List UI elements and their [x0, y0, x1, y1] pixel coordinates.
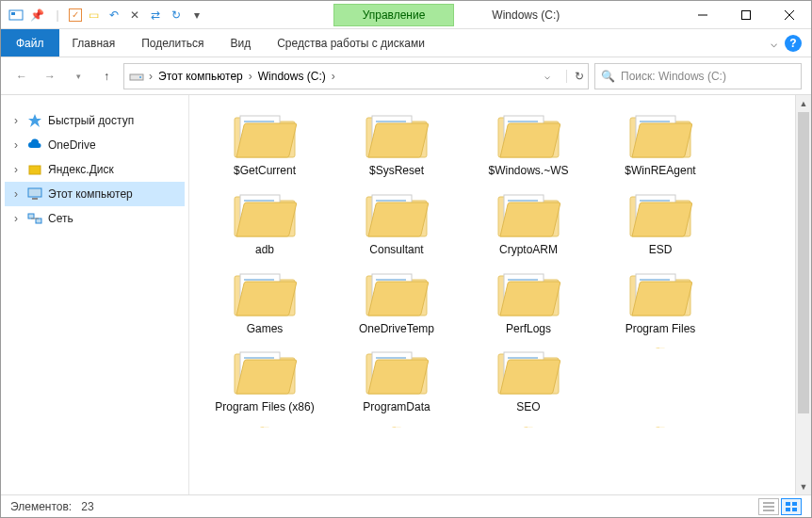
contextual-tab-manage[interactable]: Управление — [333, 4, 455, 26]
back-button[interactable]: ← — [10, 65, 33, 88]
folder-label: Consultant — [369, 244, 423, 257]
svg-rect-81 — [792, 508, 797, 511]
view-details-button[interactable] — [758, 498, 779, 515]
folder-item[interactable]: ProgramData — [331, 341, 463, 420]
folder-view[interactable]: $GetCurrent $SysReset $Windows.~WS $WinR… — [189, 95, 795, 494]
chevron-right-icon[interactable]: › — [249, 70, 252, 83]
redo-icon[interactable]: ↻ — [167, 6, 186, 24]
expand-icon[interactable]: › — [10, 114, 22, 127]
minimize-button[interactable] — [681, 1, 724, 29]
svg-rect-12 — [28, 214, 34, 219]
folder-item[interactable]: OneDriveTemp — [331, 263, 463, 342]
folder-item[interactable]: $SysReset — [331, 105, 463, 184]
breadcrumb-segment[interactable]: Этот компьютер — [156, 70, 245, 83]
maximize-button[interactable] — [724, 1, 768, 29]
ribbon-tab-drivetools[interactable]: Средства работы с дисками — [264, 29, 438, 57]
folder-item[interactable]: PerfLogs — [463, 263, 594, 342]
folder-item[interactable]: Program Files (x86) — [199, 341, 331, 420]
folder-label: Program Files — [625, 323, 696, 336]
folder-item[interactable]: Games — [199, 263, 331, 342]
svg-marker-8 — [28, 114, 41, 127]
forward-button[interactable]: → — [39, 65, 61, 88]
address-dropdown-icon[interactable]: ⌵ — [536, 71, 559, 81]
chevron-right-icon[interactable]: › — [149, 70, 153, 83]
delete-icon[interactable]: ✕ — [125, 6, 144, 24]
tree-item[interactable]: › Этот компьютер — [5, 182, 185, 206]
qat-dropdown-icon[interactable]: ▾ — [187, 6, 206, 24]
search-box[interactable]: 🔍 Поиск: Windows (C:) — [594, 63, 802, 89]
chevron-right-icon[interactable]: › — [332, 70, 335, 83]
scrollbar-thumb[interactable] — [798, 112, 809, 413]
navigation-tree: › Быстрый доступ› OneDrive› Яндекс.Диск›… — [1, 95, 189, 494]
tree-item-label: Яндекс.Диск — [48, 163, 114, 176]
tree-item[interactable]: › Быстрый доступ — [5, 108, 185, 133]
svg-rect-79 — [792, 502, 797, 506]
tree-item[interactable]: › Сеть — [5, 206, 185, 231]
scroll-up-icon[interactable]: ▲ — [796, 95, 811, 111]
check-icon[interactable]: ✓ — [69, 8, 82, 22]
folder-item[interactable]: Consultant — [331, 184, 463, 263]
expand-icon[interactable]: › — [10, 163, 22, 176]
folder-item[interactable]: adb — [199, 184, 331, 263]
folder-item[interactable] — [199, 420, 331, 439]
scroll-down-icon[interactable]: ▼ — [796, 478, 811, 494]
drive-icon — [128, 68, 145, 85]
svg-rect-80 — [786, 508, 790, 511]
folder-item[interactable] — [594, 420, 726, 439]
rename-icon[interactable]: ⇄ — [146, 6, 165, 24]
pin-icon[interactable]: 📌 — [27, 6, 46, 24]
up-button[interactable]: ↑ — [95, 65, 118, 88]
folder-item[interactable]: SEO — [463, 341, 594, 420]
folder-item[interactable]: $GetCurrent — [199, 105, 331, 184]
qat-icon[interactable] — [7, 6, 25, 24]
status-bar: Элементов: 23 — [1, 494, 811, 517]
folder-label: ESD — [649, 244, 673, 257]
expand-icon[interactable]: › — [10, 187, 22, 201]
open-icon[interactable]: ▭ — [84, 6, 103, 24]
window-controls — [681, 1, 811, 29]
history-dropdown-icon[interactable]: ▾ — [67, 65, 89, 88]
star-icon — [27, 113, 42, 128]
close-button[interactable] — [768, 1, 811, 29]
file-tab[interactable]: Файл — [1, 29, 59, 57]
tree-item[interactable]: › Яндекс.Диск — [5, 157, 185, 182]
folder-item[interactable]: CryptoARM — [463, 184, 594, 263]
svg-rect-78 — [786, 502, 790, 506]
folder-item[interactable]: $WinREAgent — [594, 105, 726, 184]
search-icon: 🔍 — [601, 70, 615, 83]
ribbon-tab-view[interactable]: Вид — [217, 29, 264, 57]
view-icons-button[interactable] — [781, 498, 802, 515]
address-bar[interactable]: › Этот компьютер › Windows (C:) › ⌵ ↻ — [123, 63, 589, 89]
ydisk-icon — [27, 162, 42, 177]
tree-item-label: OneDrive — [48, 138, 96, 152]
ribbon-tab-home[interactable]: Главная — [59, 29, 129, 57]
folder-label: CryptoARM — [499, 244, 558, 257]
folder-item[interactable] — [463, 420, 594, 439]
folder-label: $Windows.~WS — [488, 165, 568, 178]
refresh-button[interactable]: ↻ — [566, 70, 584, 83]
folder-item[interactable]: Program Files — [594, 263, 726, 342]
folder-item[interactable] — [594, 341, 726, 360]
tree-item[interactable]: › OneDrive — [5, 133, 185, 157]
ribbon-tabs: Файл Главная Поделиться Вид Средства раб… — [1, 29, 811, 57]
folder-label: ProgramData — [363, 401, 430, 414]
undo-icon[interactable]: ↶ — [105, 6, 123, 24]
vertical-scrollbar[interactable]: ▲ ▼ — [795, 95, 811, 494]
ribbon-tab-share[interactable]: Поделиться — [128, 29, 217, 57]
folder-item[interactable] — [331, 420, 463, 439]
folder-item[interactable]: $Windows.~WS — [463, 105, 594, 184]
window-title: Windows (C:) — [492, 8, 560, 22]
folder-item[interactable]: ESD — [594, 184, 726, 263]
svg-rect-10 — [28, 188, 41, 197]
status-elements-count: 23 — [81, 500, 93, 513]
help-icon[interactable]: ? — [785, 35, 802, 52]
ribbon-expand-icon[interactable]: ⌵ — [771, 37, 777, 50]
expand-icon[interactable]: › — [10, 138, 22, 152]
tree-item-label: Быстрый доступ — [48, 114, 134, 127]
navigation-bar: ← → ▾ ↑ › Этот компьютер › Windows (C:) … — [1, 57, 811, 95]
breadcrumb-segment[interactable]: Windows (C:) — [256, 70, 328, 83]
qat-sep: | — [48, 6, 67, 24]
expand-icon[interactable]: › — [10, 212, 22, 225]
search-placeholder: Поиск: Windows (C:) — [621, 70, 726, 83]
folder-label: $GetCurrent — [234, 165, 296, 178]
